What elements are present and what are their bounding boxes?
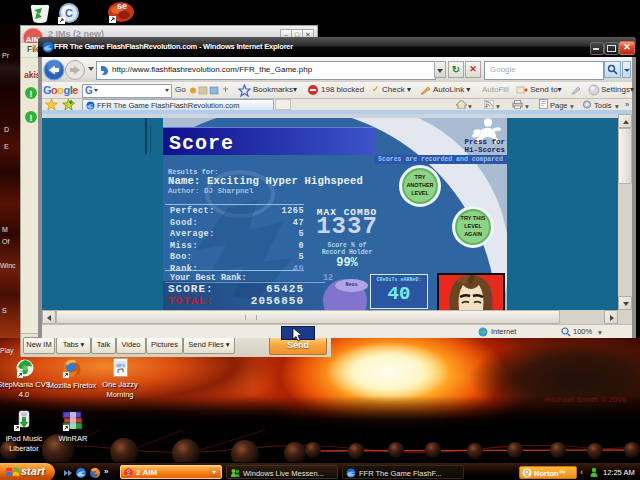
svg-text:C: C [65,7,73,19]
svg-text:MP3: MP3 [116,363,125,368]
svg-text:se: se [117,1,127,11]
svg-text:!: ! [30,113,33,123]
svg-text:!: ! [30,89,33,99]
